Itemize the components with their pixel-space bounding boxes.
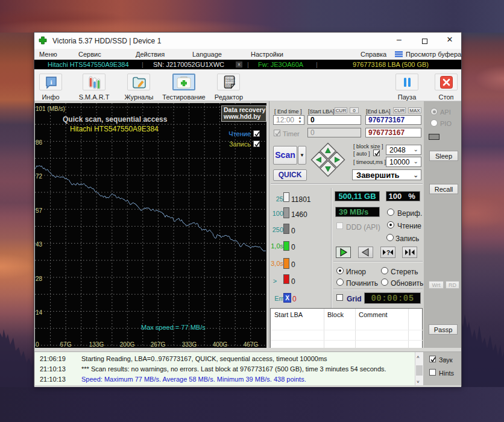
svg-text:0001: 0001 (225, 85, 232, 88)
svg-text:i: i (50, 78, 52, 86)
svg-text:?: ? (386, 250, 390, 256)
